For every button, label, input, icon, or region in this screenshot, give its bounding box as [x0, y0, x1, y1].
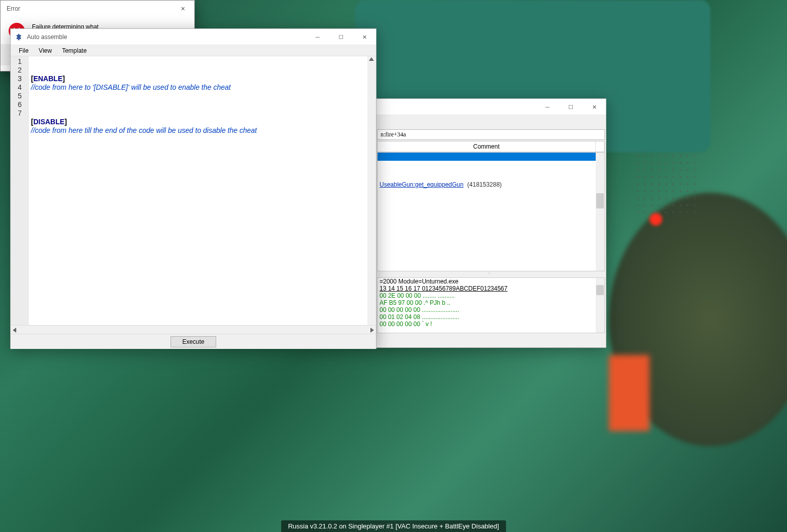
address-input[interactable]: n:fire+34a	[377, 129, 605, 140]
maximize-button[interactable]: ☐	[559, 99, 583, 115]
code-line[interactable]	[31, 109, 374, 118]
column-headers: Comment	[377, 141, 605, 152]
comment-column-header[interactable]: Comment	[378, 141, 596, 152]
scrollbar[interactable]	[367, 56, 376, 325]
app-icon	[15, 33, 23, 41]
menu-bar: File View Template	[11, 45, 376, 56]
hex-column-header: 13 14 15 16 17 0123456789ABCDEF01234567	[378, 285, 604, 292]
menu-file[interactable]: File	[14, 46, 33, 55]
code-line[interactable]: //code from here till the end of the cod…	[31, 126, 374, 135]
window-title: Auto assemble	[27, 33, 306, 41]
hex-row[interactable]: 00 00 00 00 00 ` v !	[378, 321, 604, 328]
scrollbar[interactable]	[596, 278, 604, 333]
hex-row[interactable]: AF B5 97 00 00 .^ PJh b ..	[378, 299, 604, 306]
execute-bar: Execute	[11, 334, 376, 349]
code-editor[interactable]: 1234567 [ENABLE]//code from here to '[DI…	[11, 56, 376, 325]
function-offset: (418153288)	[465, 181, 501, 188]
code-line[interactable]	[31, 92, 374, 100]
code-line[interactable]	[31, 100, 374, 109]
game-status-bar: Russia v3.21.0.2 on Singleplayer #1 [VAC…	[281, 520, 506, 532]
scrollbar[interactable]	[596, 153, 604, 271]
menu-template[interactable]: Template	[57, 46, 92, 55]
memory-viewer-window: ─ ☐ ✕ n:fire+34a Comment UseableGun:get_…	[375, 98, 606, 348]
execute-button[interactable]: Execute	[170, 336, 216, 347]
titlebar[interactable]: Auto assemble ─ ☐ ✕	[11, 29, 376, 45]
auto-assemble-window: Auto assemble ─ ☐ ✕ File View Template 1…	[10, 28, 377, 349]
hex-module-header: =2000 Module=Unturned.exe	[378, 278, 604, 285]
horizontal-scrollbar[interactable]	[11, 325, 376, 334]
line-gutter: 1234567	[11, 56, 29, 325]
hex-viewer[interactable]: =2000 Module=Unturned.exe 13 14 15 16 17…	[377, 277, 605, 333]
minimize-button[interactable]: ─	[536, 99, 559, 115]
menu-view[interactable]: View	[33, 46, 57, 55]
disassembly-list[interactable]: UseableGun:get_equippedGun (418153288)	[377, 152, 605, 271]
titlebar[interactable]: ─ ☐ ✕	[376, 99, 606, 115]
minimize-button[interactable]: ─	[306, 29, 329, 45]
maximize-button[interactable]: ☐	[329, 29, 353, 45]
code-area[interactable]: [ENABLE]//code from here to '[DISABLE]' …	[29, 56, 376, 325]
close-button[interactable]: ✕	[353, 29, 376, 45]
code-line[interactable]: [ENABLE]	[31, 75, 374, 83]
hex-row[interactable]: 00 2E 00 00 00 ........ ..........	[378, 292, 604, 299]
function-link[interactable]: UseableGun:get_equippedGun	[378, 180, 465, 189]
selected-row[interactable]	[378, 153, 604, 161]
close-button[interactable]: ✕	[583, 99, 606, 115]
code-line[interactable]: //code from here to '[DISABLE]' will be …	[31, 83, 374, 92]
code-line[interactable]: [DISABLE]	[31, 118, 374, 126]
pane-splitter[interactable]: °	[376, 271, 606, 277]
hex-row[interactable]: 00 00 00 00 00 ......................	[378, 306, 604, 313]
hex-row[interactable]: 00 01 02 04 08 ......................	[378, 313, 604, 321]
